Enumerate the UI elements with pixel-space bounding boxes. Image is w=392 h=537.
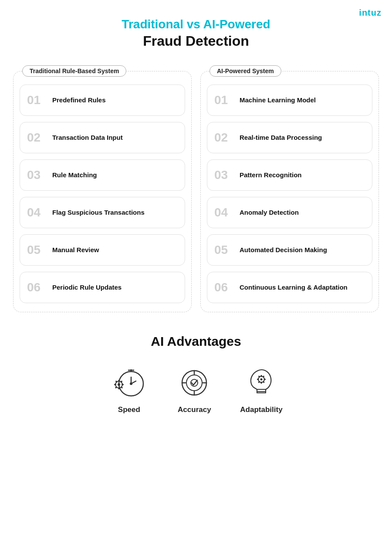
step-number: 04 [214, 206, 233, 219]
advantage-adaptability: Adaptability [240, 362, 282, 414]
step-label: Pattern Recognition [240, 171, 302, 179]
svg-rect-30 [262, 375, 264, 378]
header-line2: Fraud Detection [9, 33, 383, 49]
step-number: 05 [27, 244, 45, 256]
ai-step-3: 03 Pattern Recognition [207, 159, 372, 191]
ai-panel-label: AI-Powered System [210, 65, 281, 77]
step-number: 04 [27, 206, 45, 219]
accuracy-icon [175, 362, 214, 401]
traditional-step-5: 05 Manual Review [20, 234, 185, 266]
speed-icon [109, 362, 149, 401]
svg-rect-26 [260, 375, 262, 377]
adaptability-icon [242, 362, 281, 401]
traditional-step-2: 02 Transaction Data Input [20, 122, 185, 153]
traditional-step-3: 03 Rule Matching [20, 159, 185, 191]
traditional-step-4: 04 Flag Suspicious Transactions [20, 197, 185, 228]
traditional-panel: Traditional Rule-Based System 01 Predefi… [13, 71, 192, 312]
header: Traditional vs AI-Powered Fraud Detectio… [0, 0, 392, 58]
svg-point-17 [186, 375, 202, 391]
step-number: 02 [214, 132, 233, 144]
step-label: Real-time Data Processing [240, 133, 322, 142]
traditional-panel-label: Traditional Rule-Based System [22, 65, 126, 77]
step-label: Rule Matching [52, 171, 97, 179]
step-number: 03 [214, 169, 233, 181]
svg-rect-11 [114, 384, 116, 385]
svg-rect-8 [118, 380, 120, 382]
step-label: Flag Suspicious Transactions [52, 208, 145, 217]
advantage-accuracy: Accuracy [175, 362, 214, 414]
svg-rect-28 [264, 379, 266, 380]
advantages-section: AI Advantages [0, 321, 392, 423]
step-number: 06 [27, 281, 45, 294]
advantages-icons: Speed Accuracy [9, 362, 383, 414]
step-number: 03 [27, 169, 45, 181]
comparison-container: Traditional Rule-Based System 01 Predefi… [0, 62, 392, 321]
logo: intuz [359, 8, 382, 18]
step-label: Manual Review [52, 246, 99, 254]
speed-label: Speed [118, 405, 140, 414]
step-number: 01 [27, 94, 45, 106]
traditional-step-6: 06 Periodic Rule Updates [20, 272, 185, 303]
svg-rect-27 [260, 382, 262, 384]
step-label: Continuous Learning & Adaptation [240, 283, 348, 292]
step-label: Transaction Data Input [52, 133, 123, 142]
advantage-speed: Speed [109, 362, 149, 414]
step-number: 02 [27, 132, 45, 144]
header-line1: Traditional vs AI-Powered [9, 17, 383, 31]
svg-point-5 [130, 382, 132, 385]
ai-step-2: 02 Real-time Data Processing [207, 122, 372, 153]
step-number: 05 [214, 244, 233, 256]
step-label: Periodic Rule Updates [52, 283, 122, 292]
svg-rect-9 [118, 387, 120, 389]
ai-step-4: 04 Anomaly Detection [207, 197, 372, 228]
adaptability-label: Adaptability [240, 405, 282, 414]
step-label: Machine Learning Model [240, 96, 316, 105]
svg-rect-13 [115, 386, 118, 389]
step-label: Anomaly Detection [240, 208, 299, 217]
svg-rect-14 [121, 386, 123, 389]
step-label: Automated Decision Making [240, 246, 327, 254]
svg-rect-10 [122, 384, 124, 385]
step-number: 06 [214, 281, 233, 294]
svg-rect-33 [258, 375, 260, 378]
svg-rect-32 [263, 381, 265, 383]
ai-step-5: 05 Automated Decision Making [207, 234, 372, 266]
ai-step-6: 06 Continuous Learning & Adaptation [207, 272, 372, 303]
advantages-title: AI Advantages [9, 334, 383, 349]
traditional-step-1: 01 Predefined Rules [20, 84, 185, 116]
ai-panel: AI-Powered System 01 Machine Learning Mo… [200, 71, 379, 312]
svg-point-7 [118, 383, 120, 386]
step-number: 01 [214, 94, 233, 106]
svg-rect-29 [257, 379, 259, 380]
svg-point-25 [260, 378, 262, 381]
accuracy-label: Accuracy [178, 405, 211, 414]
svg-rect-31 [258, 381, 260, 383]
ai-step-1: 01 Machine Learning Model [207, 84, 372, 116]
step-label: Predefined Rules [52, 96, 106, 105]
